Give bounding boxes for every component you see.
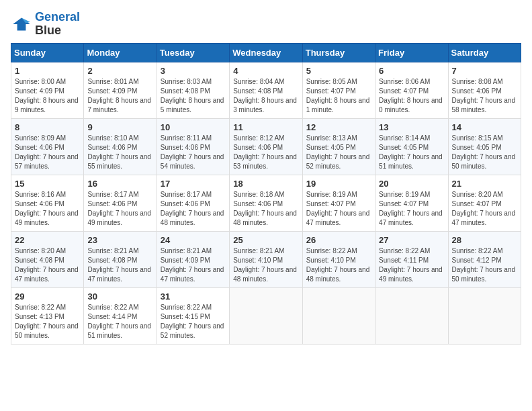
sunrise-label: Sunrise: 8:15 AM [452, 134, 503, 142]
daylight-label: Daylight: 8 hours and 5 minutes. [161, 97, 224, 113]
day-number: 7 [452, 66, 517, 76]
sunset-label: Sunset: 4:08 PM [15, 257, 64, 264]
sunrise-label: Sunrise: 8:21 AM [233, 247, 284, 255]
daylight-label: Daylight: 7 hours and 47 minutes. [87, 266, 151, 283]
sunrise-label: Sunrise: 8:06 AM [379, 78, 430, 85]
sunset-label: Sunset: 4:06 PM [161, 200, 210, 208]
day-number: 25 [233, 235, 298, 245]
sunset-label: Sunset: 4:10 PM [233, 257, 283, 264]
cell-content: Sunrise: 8:21 AM Sunset: 4:08 PM Dayligh… [87, 246, 152, 284]
daylight-label: Daylight: 7 hours and 49 minutes. [87, 210, 151, 226]
calendar-cell: 8 Sunrise: 8:09 AM Sunset: 4:06 PM Dayli… [11, 118, 84, 175]
sunrise-label: Sunrise: 8:13 AM [306, 134, 357, 142]
day-number: 5 [306, 66, 371, 76]
cell-content: Sunrise: 8:16 AM Sunset: 4:06 PM Dayligh… [15, 190, 80, 228]
day-number: 15 [15, 179, 80, 189]
daylight-label: Daylight: 7 hours and 47 minutes. [15, 266, 79, 283]
sunrise-label: Sunrise: 8:11 AM [161, 134, 212, 142]
cell-content: Sunrise: 8:22 AM Sunset: 4:15 PM Dayligh… [161, 303, 226, 340]
cell-content: Sunrise: 8:22 AM Sunset: 4:13 PM Dayligh… [15, 303, 80, 340]
col-header-wednesday: Wednesday [230, 43, 302, 62]
cell-content: Sunrise: 8:01 AM Sunset: 4:09 PM Dayligh… [87, 77, 152, 115]
cell-content: Sunrise: 8:22 AM Sunset: 4:14 PM Dayligh… [87, 303, 152, 340]
sunset-label: Sunset: 4:14 PM [87, 313, 137, 320]
sunrise-label: Sunrise: 8:22 AM [15, 304, 66, 311]
sunset-label: Sunset: 4:06 PM [87, 200, 137, 208]
calendar-cell [230, 287, 302, 344]
daylight-label: Daylight: 7 hours and 48 minutes. [233, 266, 297, 283]
sunrise-label: Sunrise: 8:09 AM [15, 134, 66, 142]
daylight-label: Daylight: 7 hours and 54 minutes. [161, 153, 224, 170]
sunset-label: Sunset: 4:08 PM [87, 257, 137, 264]
daylight-label: Daylight: 7 hours and 50 minutes. [452, 153, 516, 170]
calendar-cell: 7 Sunrise: 8:08 AM Sunset: 4:06 PM Dayli… [448, 62, 521, 118]
sunrise-label: Sunrise: 8:10 AM [87, 134, 138, 142]
col-header-friday: Friday [375, 43, 448, 62]
sunset-label: Sunset: 4:08 PM [161, 87, 210, 95]
sunset-label: Sunset: 4:07 PM [379, 87, 429, 95]
sunrise-label: Sunrise: 8:22 AM [306, 247, 357, 255]
day-number: 4 [233, 66, 298, 76]
sunrise-label: Sunrise: 8:22 AM [161, 304, 212, 311]
col-header-saturday: Saturday [448, 43, 521, 62]
calendar-cell: 31 Sunrise: 8:22 AM Sunset: 4:15 PM Dayl… [157, 287, 229, 344]
logo: GeneralBlue [11, 11, 80, 38]
col-header-thursday: Thursday [302, 43, 375, 62]
daylight-label: Daylight: 7 hours and 53 minutes. [233, 153, 297, 170]
sunrise-label: Sunrise: 8:08 AM [452, 78, 503, 85]
sunrise-label: Sunrise: 8:00 AM [15, 78, 66, 85]
calendar-cell: 30 Sunrise: 8:22 AM Sunset: 4:14 PM Dayl… [84, 287, 157, 344]
daylight-label: Daylight: 8 hours and 7 minutes. [87, 97, 151, 113]
day-number: 19 [306, 179, 371, 189]
sunset-label: Sunset: 4:10 PM [306, 257, 356, 264]
sunrise-label: Sunrise: 8:21 AM [161, 247, 212, 255]
cell-content: Sunrise: 8:03 AM Sunset: 4:08 PM Dayligh… [161, 77, 226, 115]
day-number: 10 [161, 122, 226, 132]
cell-content: Sunrise: 8:15 AM Sunset: 4:05 PM Dayligh… [452, 134, 517, 171]
cell-content: Sunrise: 8:22 AM Sunset: 4:11 PM Dayligh… [379, 246, 444, 284]
sunrise-label: Sunrise: 8:22 AM [379, 247, 430, 255]
sunset-label: Sunset: 4:07 PM [306, 200, 356, 208]
calendar-cell: 5 Sunrise: 8:05 AM Sunset: 4:07 PM Dayli… [302, 62, 375, 118]
calendar-header: SundayMondayTuesdayWednesdayThursdayFrid… [11, 43, 521, 62]
calendar-cell: 3 Sunrise: 8:03 AM Sunset: 4:08 PM Dayli… [157, 62, 229, 118]
cell-content: Sunrise: 8:09 AM Sunset: 4:06 PM Dayligh… [15, 134, 80, 171]
calendar-cell: 2 Sunrise: 8:01 AM Sunset: 4:09 PM Dayli… [84, 62, 157, 118]
calendar-cell: 15 Sunrise: 8:16 AM Sunset: 4:06 PM Dayl… [11, 175, 84, 231]
day-number: 6 [379, 66, 444, 76]
sunset-label: Sunset: 4:05 PM [306, 144, 356, 151]
cell-content: Sunrise: 8:19 AM Sunset: 4:07 PM Dayligh… [306, 190, 371, 228]
daylight-label: Daylight: 7 hours and 49 minutes. [379, 266, 443, 283]
calendar-cell: 16 Sunrise: 8:17 AM Sunset: 4:06 PM Dayl… [84, 175, 157, 231]
page-header: GeneralBlue [11, 11, 521, 38]
sunset-label: Sunset: 4:06 PM [15, 200, 64, 208]
daylight-label: Daylight: 7 hours and 51 minutes. [379, 153, 443, 170]
sunset-label: Sunset: 4:09 PM [87, 87, 137, 95]
sunrise-label: Sunrise: 8:16 AM [15, 191, 66, 198]
col-header-monday: Monday [84, 43, 157, 62]
daylight-label: Daylight: 7 hours and 51 minutes. [87, 322, 151, 339]
sunrise-label: Sunrise: 8:03 AM [161, 78, 212, 85]
cell-content: Sunrise: 8:10 AM Sunset: 4:06 PM Dayligh… [87, 134, 152, 171]
sunrise-label: Sunrise: 8:17 AM [161, 191, 212, 198]
calendar-cell: 25 Sunrise: 8:21 AM Sunset: 4:10 PM Dayl… [230, 231, 302, 287]
sunset-label: Sunset: 4:05 PM [379, 144, 429, 151]
calendar-cell: 23 Sunrise: 8:21 AM Sunset: 4:08 PM Dayl… [84, 231, 157, 287]
cell-content: Sunrise: 8:12 AM Sunset: 4:06 PM Dayligh… [233, 134, 298, 171]
daylight-label: Daylight: 8 hours and 1 minute. [306, 97, 370, 113]
sunset-label: Sunset: 4:06 PM [87, 144, 137, 151]
day-number: 12 [306, 122, 371, 132]
calendar-cell: 27 Sunrise: 8:22 AM Sunset: 4:11 PM Dayl… [375, 231, 448, 287]
daylight-label: Daylight: 8 hours and 9 minutes. [15, 97, 79, 113]
day-number: 3 [161, 66, 226, 76]
sunset-label: Sunset: 4:06 PM [161, 144, 210, 151]
day-number: 27 [379, 235, 444, 245]
sunrise-label: Sunrise: 8:18 AM [233, 191, 284, 198]
col-header-tuesday: Tuesday [157, 43, 229, 62]
calendar-cell: 10 Sunrise: 8:11 AM Sunset: 4:06 PM Dayl… [157, 118, 229, 175]
day-number: 16 [87, 179, 152, 189]
calendar-cell: 13 Sunrise: 8:14 AM Sunset: 4:05 PM Dayl… [375, 118, 448, 175]
sunset-label: Sunset: 4:06 PM [233, 144, 283, 151]
daylight-label: Daylight: 7 hours and 48 minutes. [233, 210, 297, 226]
day-number: 22 [15, 235, 80, 245]
